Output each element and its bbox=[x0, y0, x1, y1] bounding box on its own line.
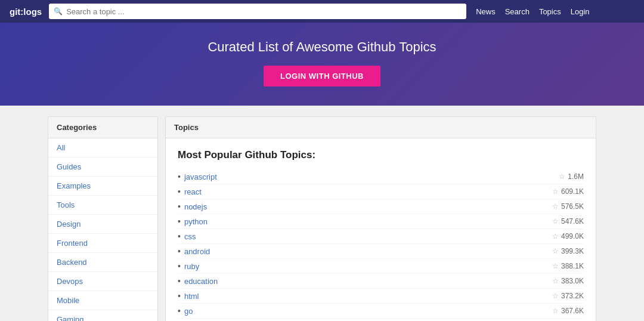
star-count: 547.6K bbox=[561, 217, 584, 226]
sidebar-item-examples[interactable]: Examples bbox=[48, 177, 157, 196]
star-icon: ☆ bbox=[552, 307, 559, 315]
nav-login[interactable]: Login bbox=[571, 7, 590, 16]
sidebar: Categories All Guides Examples Tools Des… bbox=[48, 116, 158, 321]
search-input[interactable] bbox=[66, 7, 462, 16]
table-row: •react☆609.1K bbox=[178, 184, 584, 199]
topics-panel-header: Topics bbox=[166, 117, 596, 138]
star-count: 1.6M bbox=[568, 172, 584, 181]
table-row: •css☆499.0K bbox=[178, 229, 584, 244]
star-icon: ☆ bbox=[559, 172, 565, 181]
star-count: 367.6K bbox=[561, 307, 584, 315]
topics-section-title: Most Popular Github Topics: bbox=[178, 149, 584, 161]
bullet-icon: • bbox=[178, 217, 181, 226]
table-row: •android☆399.3K bbox=[178, 244, 584, 259]
star-icon: ☆ bbox=[552, 247, 559, 255]
topic-link[interactable]: nodejs bbox=[184, 202, 552, 211]
table-row: •html☆373.2K bbox=[178, 289, 584, 304]
sidebar-header: Categories bbox=[48, 117, 157, 138]
star-icon: ☆ bbox=[552, 187, 559, 196]
star-icon: ☆ bbox=[552, 202, 559, 211]
table-row: •ruby☆388.1K bbox=[178, 259, 584, 274]
topic-link[interactable]: react bbox=[184, 187, 552, 196]
topic-stars: ☆499.0K bbox=[552, 232, 584, 240]
bullet-icon: • bbox=[178, 202, 181, 211]
bullet-icon: • bbox=[178, 187, 181, 196]
table-row: •framework☆350.0K bbox=[178, 319, 584, 321]
search-icon: 🔍 bbox=[54, 7, 63, 16]
topic-link[interactable]: ruby bbox=[184, 262, 552, 271]
nav-topics[interactable]: Topics bbox=[539, 7, 561, 16]
bullet-icon: • bbox=[178, 246, 181, 256]
logo-text: git:logs bbox=[10, 7, 42, 17]
star-icon: ☆ bbox=[552, 232, 559, 240]
sidebar-item-backend[interactable]: Backend bbox=[48, 253, 157, 272]
topic-stars: ☆547.6K bbox=[552, 217, 584, 226]
star-count: 388.1K bbox=[561, 262, 584, 270]
table-row: •go☆367.6K bbox=[178, 304, 584, 319]
sidebar-item-mobile[interactable]: Mobile bbox=[48, 291, 157, 310]
search-bar[interactable]: 🔍 bbox=[49, 4, 466, 19]
star-icon: ☆ bbox=[552, 262, 559, 270]
sidebar-item-design[interactable]: Design bbox=[48, 215, 157, 234]
bullet-icon: • bbox=[178, 261, 181, 271]
sidebar-item-devops[interactable]: Devops bbox=[48, 272, 157, 291]
topic-stars: ☆609.1K bbox=[552, 187, 584, 196]
topic-link[interactable]: css bbox=[184, 232, 552, 241]
sidebar-item-tools[interactable]: Tools bbox=[48, 196, 157, 215]
topic-stars: ☆383.0K bbox=[552, 277, 584, 285]
topics-content: Most Popular Github Topics: •javascript☆… bbox=[166, 138, 596, 321]
star-icon: ☆ bbox=[552, 277, 559, 285]
topic-stars: ☆373.2K bbox=[552, 292, 584, 300]
bullet-icon: • bbox=[178, 276, 181, 286]
bullet-icon: • bbox=[178, 306, 181, 316]
sidebar-item-all[interactable]: All bbox=[48, 138, 157, 158]
nav-links: News Search Topics Login bbox=[476, 7, 589, 16]
topics-panel: Topics Most Popular Github Topics: •java… bbox=[165, 116, 596, 321]
table-row: •nodejs☆576.5K bbox=[178, 199, 584, 214]
topic-stars: ☆367.6K bbox=[552, 307, 584, 315]
login-with-github-button[interactable]: LOGIN WITH GITHUB bbox=[264, 66, 380, 87]
topic-stars: ☆388.1K bbox=[552, 262, 584, 270]
table-row: •javascript☆1.6M bbox=[178, 169, 584, 184]
hero-title: Curated List of Awesome Github Topics bbox=[10, 39, 634, 55]
hero-section: Curated List of Awesome Github Topics LO… bbox=[0, 23, 644, 106]
topic-stars: ☆399.3K bbox=[552, 247, 584, 255]
topic-link[interactable]: android bbox=[184, 247, 552, 256]
topic-stars: ☆576.5K bbox=[552, 202, 584, 211]
nav-news[interactable]: News bbox=[476, 7, 496, 16]
bullet-icon: • bbox=[178, 172, 181, 181]
table-row: •python☆547.6K bbox=[178, 214, 584, 229]
bullet-icon: • bbox=[178, 232, 181, 241]
sidebar-item-guides[interactable]: Guides bbox=[48, 158, 157, 177]
star-count: 576.5K bbox=[561, 202, 584, 211]
star-icon: ☆ bbox=[552, 217, 559, 226]
topic-link[interactable]: javascript bbox=[184, 172, 559, 181]
logo: git:logs bbox=[10, 7, 42, 17]
star-count: 499.0K bbox=[561, 232, 584, 240]
topic-link[interactable]: python bbox=[184, 217, 552, 226]
table-row: •education☆383.0K bbox=[178, 274, 584, 289]
topic-link[interactable]: education bbox=[184, 277, 552, 286]
topic-stars: ☆1.6M bbox=[559, 172, 584, 181]
sidebar-item-frontend[interactable]: Frontend bbox=[48, 234, 157, 253]
sidebar-item-gaming[interactable]: Gaming bbox=[48, 310, 157, 321]
star-count: 373.2K bbox=[561, 292, 584, 300]
top-navigation: git:logs 🔍 News Search Topics Login bbox=[0, 0, 644, 23]
star-count: 383.0K bbox=[561, 277, 584, 285]
nav-search[interactable]: Search bbox=[505, 7, 530, 16]
topic-link[interactable]: html bbox=[184, 292, 552, 301]
bullet-icon: • bbox=[178, 291, 181, 301]
topics-list: •javascript☆1.6M•react☆609.1K•nodejs☆576… bbox=[178, 169, 584, 321]
star-count: 609.1K bbox=[561, 187, 584, 196]
main-content: Categories All Guides Examples Tools Des… bbox=[48, 116, 596, 321]
star-count: 399.3K bbox=[561, 247, 584, 255]
star-icon: ☆ bbox=[552, 292, 559, 300]
topic-link[interactable]: go bbox=[184, 307, 552, 316]
